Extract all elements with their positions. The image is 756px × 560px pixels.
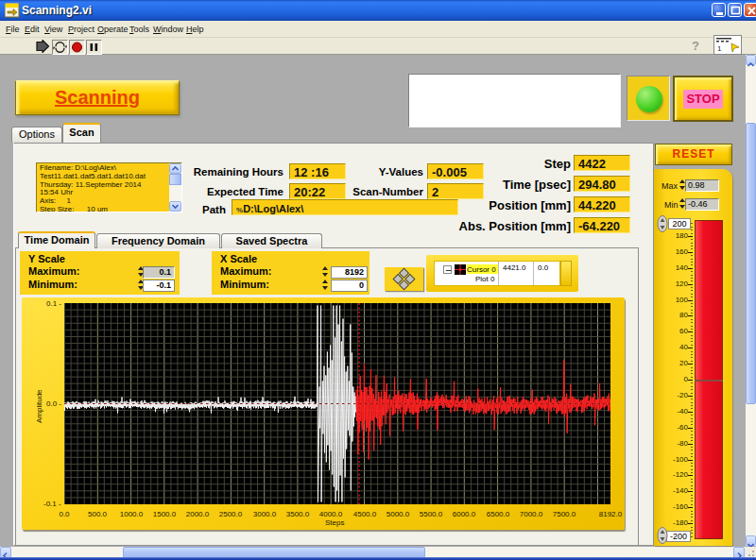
svg-text:1: 1 xyxy=(717,44,722,53)
